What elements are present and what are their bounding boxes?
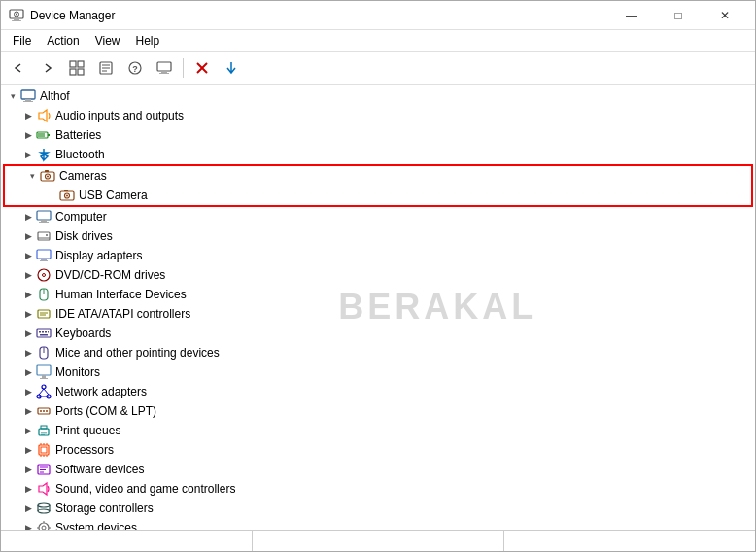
- uninstall-button[interactable]: [189, 55, 216, 81]
- expand-sound[interactable]: ▶: [20, 481, 36, 497]
- minimize-button[interactable]: —: [609, 1, 654, 30]
- tree-view[interactable]: ▾ Althof ▶: [1, 85, 755, 530]
- back-button[interactable]: [5, 55, 32, 81]
- svg-rect-35: [37, 211, 51, 220]
- help-button[interactable]: ?: [121, 55, 149, 81]
- battery-icon: [36, 127, 52, 143]
- expand-print[interactable]: ▶: [20, 423, 36, 438]
- tree-item-ide[interactable]: ▶ IDE ATA/ATAPI controllers: [1, 304, 755, 324]
- software-icon: [36, 462, 52, 477]
- expand-dvd[interactable]: ▶: [20, 267, 36, 283]
- system-icon: [36, 520, 52, 530]
- svg-rect-75: [41, 434, 45, 435]
- menu-help[interactable]: Help: [128, 32, 168, 50]
- svg-marker-23: [39, 110, 47, 121]
- update-icon: [223, 60, 239, 76]
- properties-button[interactable]: [92, 55, 120, 81]
- menu-file[interactable]: File: [5, 32, 39, 50]
- tree-item-dvd[interactable]: ▶ DVD/CD-ROM drives: [1, 265, 755, 285]
- expand-cameras[interactable]: ▾: [24, 168, 40, 184]
- tree-item-usb-camera[interactable]: ▶ USB Camera: [5, 186, 751, 205]
- computer-button[interactable]: [151, 55, 178, 81]
- ide-label: IDE ATA/ATAPI controllers: [55, 307, 190, 321]
- update-button[interactable]: [218, 55, 245, 81]
- expand-network[interactable]: ▶: [20, 384, 36, 399]
- forward-button[interactable]: [34, 55, 61, 81]
- svg-rect-59: [37, 365, 51, 375]
- display-label: Display adapters: [55, 249, 142, 262]
- tree-item-network[interactable]: ▶ Network adapters: [1, 382, 755, 401]
- cameras-label: Cameras: [59, 169, 107, 183]
- mouse-icon: [36, 345, 52, 361]
- close-button[interactable]: ✕: [703, 1, 747, 30]
- tree-item-batteries[interactable]: ▶ Batteries: [1, 125, 755, 145]
- svg-rect-56: [40, 334, 48, 336]
- expand-bluetooth[interactable]: ▶: [20, 147, 36, 162]
- expand-batteries[interactable]: ▶: [20, 127, 36, 143]
- tree-item-sound[interactable]: ▶ Sound, video and game controllers: [1, 479, 755, 499]
- tree-item-computer[interactable]: ▶ Computer: [1, 207, 755, 226]
- svg-point-62: [42, 385, 46, 389]
- maximize-button[interactable]: □: [656, 1, 701, 30]
- expand-althof[interactable]: ▾: [5, 88, 20, 104]
- tree-item-hid[interactable]: ▶ Human Interface Devices: [1, 285, 755, 304]
- svg-rect-54: [45, 331, 47, 333]
- show-hide-button[interactable]: [63, 55, 90, 81]
- svg-rect-6: [78, 61, 84, 67]
- expand-keyboards[interactable]: ▶: [20, 326, 36, 341]
- tree-item-audio[interactable]: ▶ Audio inputs and outputs: [1, 106, 755, 125]
- ports-icon: [36, 403, 52, 419]
- expand-system[interactable]: ▶: [20, 520, 36, 530]
- svg-rect-26: [38, 133, 45, 137]
- expand-software[interactable]: ▶: [20, 462, 36, 477]
- svg-rect-20: [21, 90, 35, 99]
- status-segment-1: [1, 531, 253, 551]
- status-segment-2: [253, 531, 504, 551]
- tree-item-display[interactable]: ▶ Display adapters: [1, 246, 755, 265]
- expand-ports[interactable]: ▶: [20, 403, 36, 419]
- monitors-label: Monitors: [55, 365, 100, 379]
- expand-monitors[interactable]: ▶: [20, 364, 36, 380]
- expand-disk[interactable]: ▶: [20, 228, 36, 244]
- expand-ide[interactable]: ▶: [20, 306, 36, 322]
- svg-rect-16: [161, 71, 167, 73]
- svg-rect-55: [48, 331, 49, 333]
- tree-item-bluetooth[interactable]: ▶ Bluetooth: [1, 145, 755, 164]
- tree-item-cameras[interactable]: ▾ Cameras: [5, 166, 751, 186]
- sound-label: Sound, video and game controllers: [55, 482, 235, 496]
- svg-rect-74: [41, 432, 47, 434]
- expand-storage[interactable]: ▶: [20, 500, 36, 516]
- expand-hid[interactable]: ▶: [20, 287, 36, 302]
- cameras-icon: [40, 168, 55, 184]
- svg-rect-36: [41, 220, 47, 222]
- tree-root[interactable]: ▾ Althof: [1, 86, 755, 106]
- menu-action[interactable]: Action: [39, 32, 86, 50]
- tree-item-monitors[interactable]: ▶ Monitors: [1, 362, 755, 382]
- tree-item-mice[interactable]: ▶ Mice and other pointing devices: [1, 343, 755, 362]
- tree-item-print[interactable]: ▶ Print queues: [1, 421, 755, 440]
- svg-point-92: [38, 509, 50, 513]
- system-label: System devices: [55, 521, 137, 530]
- svg-rect-52: [39, 331, 41, 333]
- menu-view[interactable]: View: [87, 32, 128, 50]
- tree-item-system[interactable]: ▶ System devices: [1, 518, 755, 530]
- svg-point-71: [46, 410, 48, 412]
- network-icon: [36, 384, 52, 399]
- processor-icon: [36, 442, 52, 458]
- expand-display[interactable]: ▶: [20, 248, 36, 263]
- tree-item-disk[interactable]: ▶ Disk drives: [1, 226, 755, 246]
- title-bar-left: Device Manager: [9, 8, 115, 23]
- tree-item-storage[interactable]: ▶ Storage controllers: [1, 499, 755, 518]
- forward-icon: [40, 60, 55, 76]
- tree-item-keyboards[interactable]: ▶ Keyboards: [1, 324, 755, 343]
- tree-item-ports[interactable]: ▶ Ports (COM & LPT): [1, 401, 755, 421]
- status-bar: [1, 530, 755, 551]
- expand-computer[interactable]: ▶: [20, 209, 36, 224]
- tree-item-software[interactable]: ▶ Software devices: [1, 460, 755, 479]
- expand-mice[interactable]: ▶: [20, 345, 36, 361]
- svg-rect-51: [37, 329, 51, 337]
- svg-marker-88: [39, 483, 47, 495]
- expand-audio[interactable]: ▶: [20, 108, 36, 123]
- expand-processors[interactable]: ▶: [20, 442, 36, 458]
- tree-item-processors[interactable]: ▶ Processors: [1, 440, 755, 460]
